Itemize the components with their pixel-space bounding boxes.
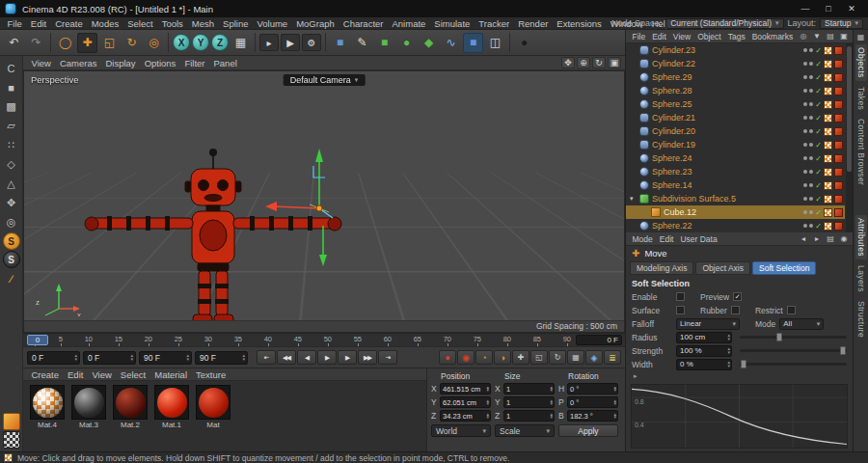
make-editable-icon[interactable]: C <box>2 59 21 77</box>
mode-dropdown[interactable]: All ▾ <box>779 318 824 330</box>
spinner-icon[interactable]: ▴▾ <box>486 386 489 393</box>
render-visibility-dot[interactable] <box>809 143 813 147</box>
size-field[interactable]: 1 ▴▾ <box>503 396 555 408</box>
record-keyframe-icon[interactable]: ● <box>439 350 456 365</box>
material-swatch[interactable]: Mat.1 <box>153 385 190 429</box>
lock-icon[interactable]: ◉ <box>838 233 850 244</box>
viewport-solo-icon[interactable]: ◎ <box>2 213 21 232</box>
keyframe-mode-icon[interactable]: ◔ <box>475 350 493 365</box>
primitive-cube-icon[interactable]: ■ <box>330 33 350 53</box>
position-field[interactable]: 461.515 cm ▴▾ <box>440 383 491 395</box>
object-name[interactable]: Cylinder.22 <box>652 59 695 68</box>
next-frame-button[interactable]: ▶ <box>338 350 357 365</box>
spline-tools-icon[interactable]: ∿ <box>441 33 461 53</box>
render-visibility-dot[interactable] <box>809 156 813 160</box>
editor-visibility-dot[interactable] <box>803 116 807 120</box>
falloff-curve-expander[interactable]: ▸ <box>634 372 637 380</box>
toolbar-divider[interactable] <box>509 33 510 52</box>
render-visibility-dot[interactable] <box>809 89 813 93</box>
size-field[interactable]: 1 ▴▾ <box>503 410 555 422</box>
object-name[interactable]: Sphere.22 <box>652 221 692 231</box>
menu-item[interactable]: Bookmarks <box>748 32 797 41</box>
editor-visibility-dot[interactable] <box>803 89 807 93</box>
enabled-check-icon[interactable]: ✓ <box>815 46 822 55</box>
menu-item[interactable]: Volume <box>253 18 292 29</box>
filter-icon[interactable]: ▤ <box>825 233 836 244</box>
editor-visibility-dot[interactable] <box>803 143 807 147</box>
spinner-icon[interactable]: ▴▾ <box>130 354 133 361</box>
object-row[interactable]: Cylinder.22 ✓ <box>626 57 845 70</box>
width-field[interactable]: 0 % ▴▾ <box>676 359 732 370</box>
menu-item[interactable]: Extensions <box>553 18 606 29</box>
last-tool-icon[interactable]: ◎ <box>144 33 164 53</box>
editor-visibility-dot[interactable] <box>803 210 807 214</box>
menu-item[interactable]: File <box>629 32 649 41</box>
spinner-icon[interactable]: ▴▾ <box>613 413 616 420</box>
material-tag-icon[interactable] <box>834 114 843 123</box>
object-row[interactable]: Sphere.23 ✓ <box>626 165 845 178</box>
points-mode-icon[interactable]: ∷ <box>2 136 21 154</box>
spinner-icon[interactable]: ▴▾ <box>550 399 553 406</box>
menu-item[interactable]: Mesh <box>187 18 218 29</box>
goto-start-button[interactable]: ⇤ <box>257 350 276 365</box>
camera-icon[interactable]: ◫ <box>485 33 505 53</box>
enabled-check-icon[interactable]: ✓ <box>815 127 822 136</box>
move-tool-icon[interactable]: ✚ <box>77 33 97 53</box>
back-icon[interactable]: ◂ <box>798 233 809 244</box>
rotate-tool-icon[interactable]: ↻ <box>122 33 142 53</box>
render-visibility-dot[interactable] <box>809 210 813 214</box>
object-row[interactable]: ▾ Subdivision Surface.5 ✓ <box>626 192 845 205</box>
enabled-check-icon[interactable]: ✓ <box>815 114 822 123</box>
close-button[interactable]: ✕ <box>840 4 863 14</box>
record-position-icon[interactable]: ✚ <box>512 350 529 365</box>
material-tag-icon[interactable] <box>834 154 843 163</box>
current-frame-field[interactable]: 0 F <box>576 335 622 345</box>
texture-tag-icon[interactable] <box>824 195 832 204</box>
enable-axis-icon[interactable]: ✥ <box>2 194 21 212</box>
toolbar-divider[interactable] <box>168 33 169 52</box>
material-tag-icon[interactable] <box>834 181 843 190</box>
spinner-icon[interactable]: ▴▾ <box>727 361 730 368</box>
camera-chip[interactable]: Default Camera ▾ <box>284 74 366 86</box>
enabled-check-icon[interactable]: ✓ <box>815 195 822 204</box>
editor-visibility-dot[interactable] <box>803 183 807 187</box>
enabled-check-icon[interactable]: ✓ <box>815 181 822 190</box>
menu-item[interactable]: Render <box>514 18 553 29</box>
apply-button[interactable]: Apply <box>558 424 618 437</box>
pen-spline-icon[interactable]: ✎ <box>352 33 372 53</box>
enabled-check-icon[interactable]: ✓ <box>815 222 822 231</box>
enabled-check-icon[interactable]: ✓ <box>815 60 822 68</box>
material-tag-icon[interactable] <box>834 168 843 177</box>
menu-item[interactable]: Edit <box>656 234 677 244</box>
falloff-curve-panel[interactable]: 0.8 0.4 <box>631 384 848 449</box>
spinner-icon[interactable]: ▴▾ <box>613 399 616 406</box>
attribute-tab[interactable]: Modeling Axis <box>630 261 693 275</box>
material-tag-icon[interactable] <box>834 222 843 231</box>
side-tab[interactable]: Attributes <box>855 215 867 259</box>
spinner-icon[interactable]: ▴▾ <box>242 354 245 361</box>
menu-item[interactable]: Material <box>150 369 192 380</box>
render-visibility-dot[interactable] <box>809 116 813 120</box>
spinner-icon[interactable]: ▴▾ <box>186 354 189 361</box>
object-row[interactable]: Cylinder.19 ✓ <box>626 138 845 151</box>
scrollbar[interactable] <box>846 43 853 232</box>
spinner-icon[interactable]: ▴▾ <box>550 386 553 393</box>
restrict-checkbox[interactable] <box>787 306 796 314</box>
material-tag-icon[interactable] <box>834 87 843 95</box>
material-tag-icon[interactable] <box>834 208 843 217</box>
render-settings-icon[interactable]: ⚙ <box>302 34 321 51</box>
object-name[interactable]: Cylinder.20 <box>652 126 695 136</box>
rotation-field[interactable]: 0 ° ▴▾ <box>567 383 618 395</box>
polygons-mode-icon[interactable]: △ <box>2 175 21 193</box>
enabled-check-icon[interactable]: ✓ <box>815 168 822 177</box>
texture-tag-icon[interactable] <box>824 208 832 217</box>
viewport-3d[interactable]: z x Perspective Default Camera ▾ Grid Sp… <box>23 70 625 333</box>
texture-tag-icon[interactable] <box>824 60 832 68</box>
object-row[interactable]: Cylinder.20 ✓ <box>626 124 845 138</box>
toolbar-divider[interactable] <box>255 33 256 52</box>
prev-key-button[interactable]: ◀◀ <box>277 350 296 365</box>
spinner-icon[interactable]: ▴▾ <box>727 334 730 340</box>
frame-range-field[interactable]: 90 F ▴▾ <box>195 351 248 365</box>
timeline-ruler[interactable]: 051015202530354045505560657075808590 0 0… <box>23 333 625 346</box>
model-mode-icon[interactable]: ■ <box>2 78 21 96</box>
